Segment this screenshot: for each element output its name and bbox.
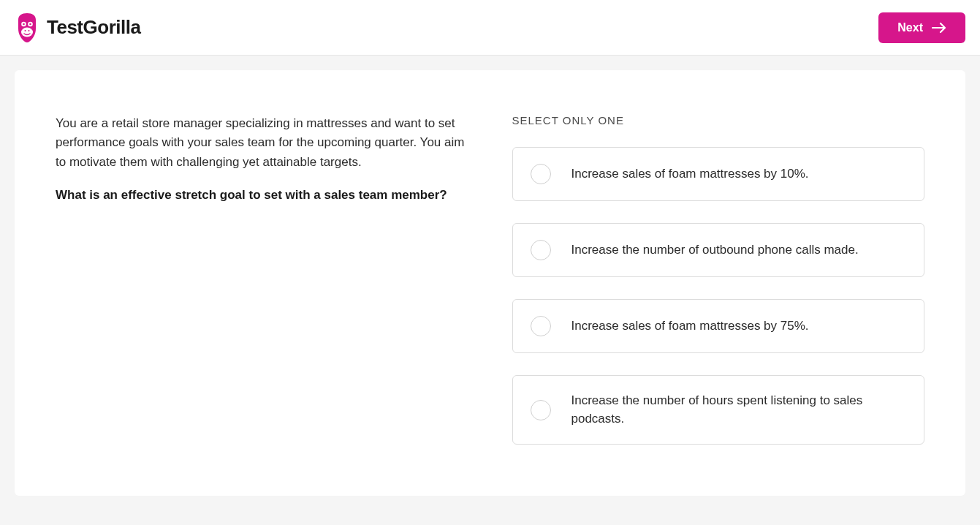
options-list: Increase sales of foam mattresses by 10%…: [512, 147, 925, 445]
option-text: Increase the number of hours spent liste…: [571, 392, 907, 428]
svg-point-4: [21, 27, 33, 37]
radio-icon: [531, 240, 551, 260]
question-text-column: You are a retail store manager specializ…: [56, 114, 465, 445]
select-instruction: SELECT ONLY ONE: [512, 114, 925, 126]
radio-icon: [531, 400, 551, 420]
arrow-right-icon: [932, 22, 946, 34]
answer-column: SELECT ONLY ONE Increase sales of foam m…: [512, 114, 925, 445]
next-button-label: Next: [897, 21, 923, 34]
svg-point-5: [25, 30, 26, 31]
gorilla-icon: [15, 12, 39, 43]
app-header: TestGorilla Next: [0, 0, 980, 56]
brand-logo: TestGorilla: [15, 12, 140, 43]
radio-icon: [531, 164, 551, 184]
answer-option[interactable]: Increase sales of foam mattresses by 10%…: [512, 147, 925, 201]
page-body: You are a retail store manager specializ…: [0, 56, 980, 510]
scenario-text: You are a retail store manager specializ…: [56, 114, 465, 172]
radio-icon: [531, 316, 551, 336]
question-card: You are a retail store manager specializ…: [15, 70, 965, 496]
answer-option[interactable]: Increase the number of hours spent liste…: [512, 375, 925, 445]
svg-point-2: [23, 23, 25, 25]
option-text: Increase sales of foam mattresses by 75%…: [571, 317, 809, 336]
option-text: Increase sales of foam mattresses by 10%…: [571, 165, 809, 184]
question-prompt: What is an effective stretch goal to set…: [56, 188, 465, 203]
answer-option[interactable]: Increase sales of foam mattresses by 75%…: [512, 299, 925, 353]
answer-option[interactable]: Increase the number of outbound phone ca…: [512, 223, 925, 277]
svg-point-3: [29, 23, 31, 25]
option-text: Increase the number of outbound phone ca…: [571, 241, 859, 260]
next-button[interactable]: Next: [878, 12, 965, 43]
svg-point-6: [29, 30, 30, 31]
brand-name: TestGorilla: [47, 16, 140, 39]
